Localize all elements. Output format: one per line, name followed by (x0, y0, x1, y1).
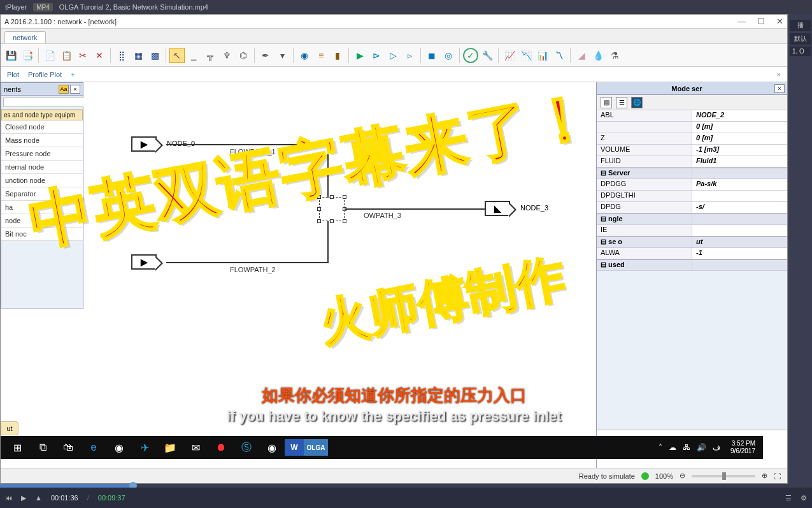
play-pause-icon[interactable]: ▶ (21, 494, 26, 502)
tray-volume-icon[interactable]: 🔊 (697, 443, 706, 452)
font-size-icon[interactable]: Aa (59, 85, 69, 94)
fit-icon[interactable]: ⛶ (774, 472, 781, 480)
list-item[interactable]: Separator (1, 187, 83, 201)
save-icon[interactable]: 💾 (3, 48, 18, 63)
model-close-icon[interactable]: × (774, 84, 785, 93)
node-1[interactable]: ▶ (131, 254, 157, 270)
tray-lang-icon[interactable]: ف (713, 443, 720, 452)
node-3[interactable]: ◣ NODE_3 (485, 201, 510, 216)
prev-icon[interactable]: ⏮ (5, 494, 12, 502)
copy-icon[interactable]: 📄 (42, 48, 57, 63)
sidebar-chip-1[interactable]: 播 (790, 20, 811, 31)
category-header[interactable]: es and node type equipm (1, 110, 83, 120)
list-item[interactable]: Bit noc (1, 228, 83, 241)
target-icon[interactable]: ◉ (297, 48, 312, 63)
sidebar-chip-2[interactable]: 默认 (790, 33, 811, 45)
tray-cloud-icon[interactable]: ☁ (669, 443, 676, 452)
property-row[interactable]: DPDGGPa-s/k (597, 179, 787, 191)
property-row[interactable]: ⊟ ngle (597, 214, 787, 225)
property-row[interactable]: ⊟ Server (597, 168, 787, 179)
property-row[interactable]: DPDG-s/ (597, 202, 787, 214)
save-all-icon[interactable]: 📑 (20, 48, 35, 63)
list-item[interactable]: unction node (1, 174, 83, 187)
property-row[interactable]: Z0 [m] (597, 133, 787, 145)
zoom-out-icon[interactable]: ⊖ (680, 472, 685, 480)
junction-node[interactable] (319, 197, 345, 221)
zoom-in-icon[interactable]: ⊕ (762, 472, 767, 480)
play-alt-icon[interactable]: ▷ (385, 48, 401, 63)
branch-icon[interactable]: ╦ (203, 48, 218, 63)
grid-lines-icon[interactable]: ▦ (131, 48, 146, 63)
zoom-slider[interactable] (692, 475, 755, 477)
taskview-icon[interactable]: ⧉ (30, 437, 55, 458)
column-icon[interactable]: ▮ (330, 48, 345, 63)
tray-network-icon[interactable]: 🖧 (683, 443, 690, 452)
grid-fine-icon[interactable]: ▩ (147, 48, 162, 63)
filter-icon[interactable]: ⚗ (607, 48, 622, 63)
mail-icon[interactable]: ✉ (183, 437, 208, 458)
play-small-icon[interactable]: ▹ (402, 48, 417, 63)
check-icon[interactable]: ✓ (463, 48, 478, 63)
edge-icon[interactable]: e (81, 437, 106, 458)
stop-icon[interactable]: ◼ (424, 48, 439, 63)
tree-icon[interactable]: ♆ (219, 48, 234, 63)
list-item[interactable]: node (1, 214, 83, 228)
output-tab[interactable]: ut (1, 421, 18, 435)
close-subtoolbar-icon[interactable]: × (777, 71, 781, 78)
stop-icon[interactable]: ▲ (35, 494, 42, 502)
wire-fp2[interactable] (166, 262, 329, 263)
wrench-icon[interactable]: 🔧 (480, 48, 495, 63)
record-app-icon[interactable]: ⏺ (208, 437, 234, 458)
property-row[interactable]: ⊟ se out (597, 236, 787, 248)
property-row[interactable]: VOLUME-1 [m3] (597, 145, 787, 156)
settings-icon[interactable]: ☰ (785, 494, 792, 502)
cut-icon[interactable]: ✂ (75, 48, 90, 63)
minimize-icon[interactable]: — (737, 17, 746, 26)
close-icon[interactable]: ✕ (776, 17, 783, 26)
property-row[interactable]: FLUIDFluid1 (597, 156, 787, 168)
profile-plot-link[interactable]: Profile Plot (28, 71, 62, 78)
mb-icon-2[interactable]: ☰ (616, 97, 627, 108)
paste-icon[interactable]: 📋 (59, 48, 74, 63)
property-row[interactable]: ALWA-1 (597, 248, 787, 259)
grid-dots-icon[interactable]: ⣿ (114, 48, 129, 63)
explorer-icon[interactable]: 📁 (157, 437, 183, 458)
chart2-icon[interactable]: 📉 (518, 48, 534, 63)
gear-icon[interactable]: ⚙ (801, 494, 807, 502)
telegram-icon[interactable]: ✈ (132, 437, 157, 458)
store-icon[interactable]: 🛍 (55, 437, 81, 458)
delete-icon[interactable]: ✕ (92, 48, 107, 63)
bars-icon[interactable]: ≡ (313, 48, 329, 63)
property-row[interactable]: ABLNODE_2 (597, 110, 787, 122)
play-circle-icon[interactable]: ⊳ (369, 48, 384, 63)
olga-app-icon[interactable]: OLGA (304, 439, 328, 456)
chart3-icon[interactable]: 📊 (535, 48, 550, 63)
wire-fp1[interactable] (166, 144, 329, 145)
property-row[interactable]: 0 [m] (597, 122, 787, 133)
wire-fp1-v[interactable] (327, 145, 329, 198)
record-icon[interactable]: ◎ (441, 48, 456, 63)
hierarchy-icon[interactable]: ⌬ (236, 48, 251, 63)
word-icon[interactable]: W (285, 439, 304, 456)
plot-link[interactable]: Plot (7, 71, 19, 78)
skype-icon[interactable]: Ⓢ (234, 437, 259, 458)
chrome2-icon[interactable]: ◉ (259, 437, 285, 458)
mb-icon-1[interactable]: ▤ (601, 97, 612, 108)
select-tool-icon[interactable]: ↖ (169, 48, 185, 63)
chrome-icon[interactable]: ◉ (106, 437, 132, 458)
add-plot-icon[interactable]: + (71, 71, 75, 78)
tab-network[interactable]: network (4, 31, 46, 43)
eraser-icon[interactable]: ◢ (574, 48, 589, 63)
drop-icon[interactable]: 💧 (590, 48, 606, 63)
pen-icon[interactable]: ✒ (258, 48, 273, 63)
clock[interactable]: 3:52 PM 9/6/2017 (727, 440, 759, 455)
panel-close-icon[interactable]: × (70, 85, 80, 94)
sidebar-chip-3[interactable]: 1. O (790, 47, 811, 56)
wire-fp3[interactable] (345, 208, 485, 210)
dropdown-icon[interactable]: ▾ (274, 48, 290, 63)
globe-icon[interactable]: 🌐 (631, 97, 643, 108)
chart1-icon[interactable]: 📈 (502, 48, 517, 63)
list-item[interactable]: nternal node (1, 161, 83, 174)
property-row[interactable]: DPDGLTHI (597, 191, 787, 202)
connector-icon[interactable]: ⎯ (186, 48, 201, 63)
